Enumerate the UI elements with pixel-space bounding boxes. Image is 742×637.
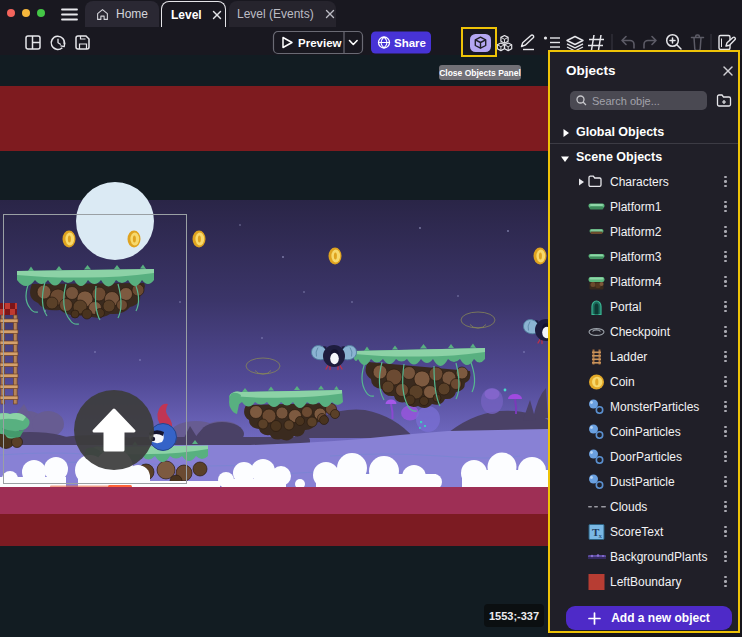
svg-text:x: x (599, 531, 603, 539)
svg-text:Preview: Preview (298, 37, 342, 49)
svg-text:Share: Share (394, 37, 426, 49)
